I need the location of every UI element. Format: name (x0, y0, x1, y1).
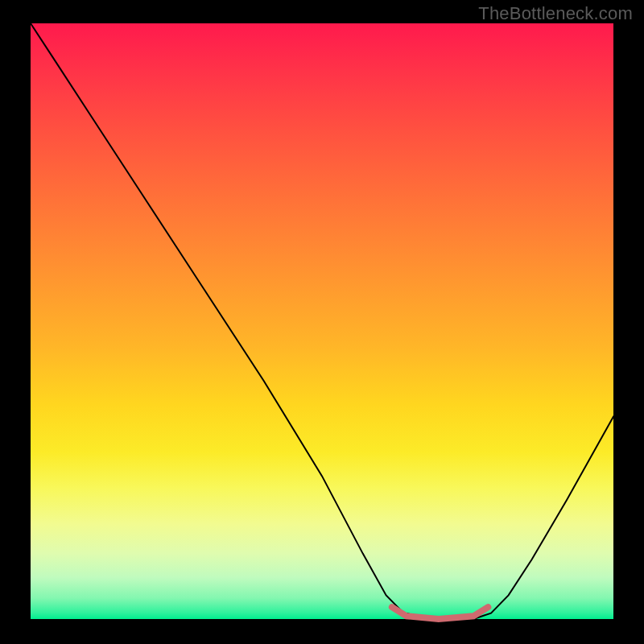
plot-area (31, 23, 613, 619)
watermark-text: TheBottleneck.com (478, 3, 633, 24)
chart-container: TheBottleneck.com (0, 0, 644, 644)
flat-segment-marker (392, 607, 488, 619)
chart-svg (31, 23, 613, 619)
curve-line (31, 23, 613, 619)
